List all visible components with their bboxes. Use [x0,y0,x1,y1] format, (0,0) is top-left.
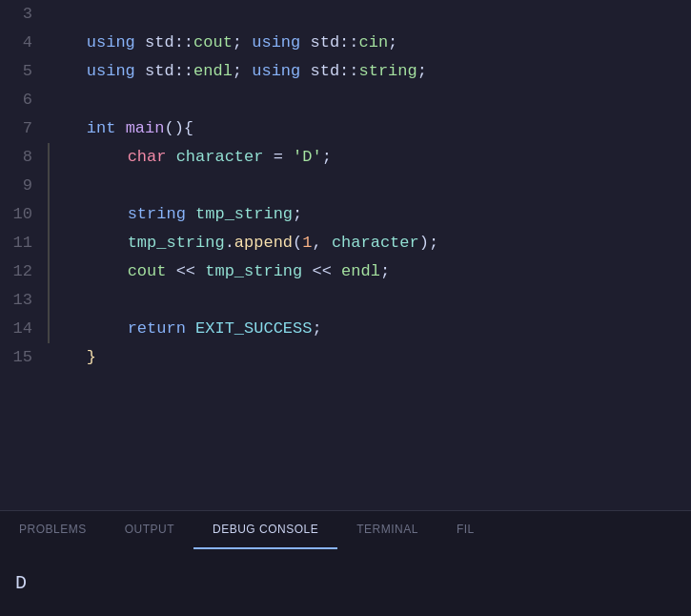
line-number: 7 [0,114,48,143]
table-row: 6 [0,86,691,114]
line-number: 3 [0,0,48,29]
line-content: int main(){ [48,114,691,143]
table-row: 9 [0,172,691,200]
line-content: string tmp_string; [48,200,691,229]
line-number: 15 [0,343,48,372]
line-content [48,286,691,315]
line-number: 6 [0,86,48,114]
line-content: char character = 'D'; [48,143,691,172]
line-number: 4 [0,29,48,57]
code-editor: 3 4 using std::cout; using std::cin;5 us… [0,0,691,510]
line-content: return EXIT_SUCCESS; [48,315,691,343]
line-content: using std::cout; using std::cin; [48,29,691,57]
panel-tab[interactable]: OUTPUT [106,511,193,549]
line-content [48,86,691,114]
bottom-panel: PROBLEMSOUTPUTDEBUG CONSOLETERMINALFIL D [0,510,691,616]
table-row: 11 tmp_string.append(1, character); [0,229,691,257]
table-row: 15 } [0,343,691,372]
line-number: 8 [0,143,48,172]
table-row: 13 [0,286,691,315]
panel-tab[interactable]: FIL [437,511,494,549]
panel-tab[interactable]: TERMINAL [337,511,437,549]
table-row: 5 using std::endl; using std::string; [0,57,691,86]
line-number: 12 [0,257,48,286]
line-number: 14 [0,315,48,343]
panel-tabs: PROBLEMSOUTPUTDEBUG CONSOLETERMINALFIL [0,511,691,549]
line-content [48,0,691,29]
table-row: 3 [0,0,691,29]
table-row: 7 int main(){ [0,114,691,143]
line-content: using std::endl; using std::string; [48,57,691,86]
line-number: 5 [0,57,48,86]
panel-tab[interactable]: DEBUG CONSOLE [193,511,337,549]
table-row: 10 string tmp_string; [0,200,691,229]
line-content: cout << tmp_string << endl; [48,257,691,286]
line-number: 13 [0,286,48,315]
table-row: 12 cout << tmp_string << endl; [0,257,691,286]
line-content: tmp_string.append(1, character); [48,229,691,257]
console-output-text: D [15,572,27,594]
line-number: 10 [0,200,48,229]
table-row: 8 char character = 'D'; [0,143,691,172]
table-row: 4 using std::cout; using std::cin; [0,29,691,57]
console-output-area: D [0,549,691,616]
table-row: 14 return EXIT_SUCCESS; [0,315,691,343]
panel-tab[interactable]: PROBLEMS [0,511,106,549]
line-content [48,172,691,200]
line-number: 11 [0,229,48,257]
line-number: 9 [0,172,48,200]
line-content: } [48,343,691,372]
